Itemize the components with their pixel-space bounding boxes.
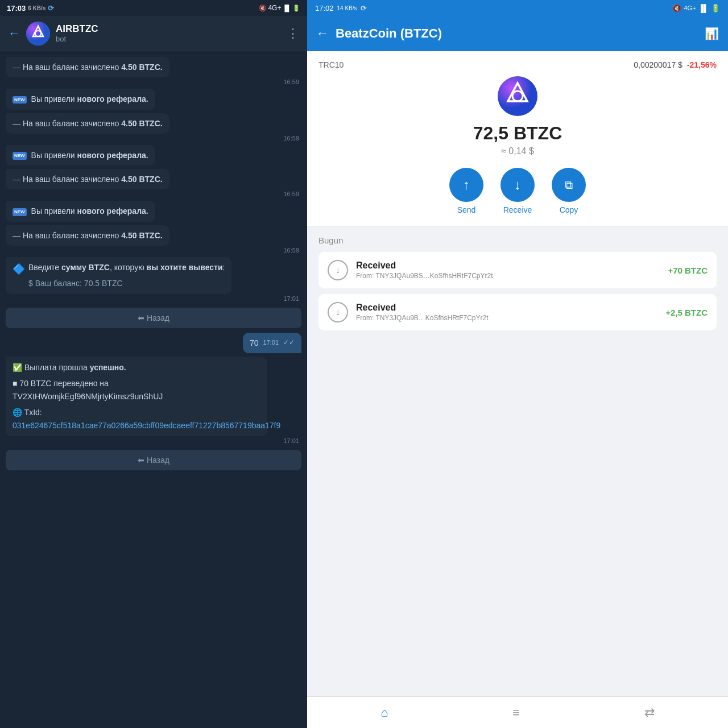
menu-button[interactable]: ⋮ (287, 26, 299, 41)
send-button[interactable]: ↑ Send (449, 168, 483, 214)
tx-details-1: Received From: TNY3JQAu9BS…KoSfhsHRtF7Cp… (356, 260, 660, 280)
square-icon: ■ (13, 379, 17, 388)
txid-line: 🌐 TxId: 031e624675cf518a1cae77a0266a59cb… (13, 406, 260, 432)
message-sent: 70 17:01 ✓✓ (6, 333, 301, 353)
balance-amount: 72,5 BTZC (473, 123, 562, 144)
chat-subtitle: bot (56, 35, 281, 43)
wallet-back-button[interactable]: ← (316, 26, 329, 41)
msg-time: 17:01 (6, 437, 301, 444)
avatar (26, 22, 50, 46)
dash-icon: — (13, 175, 20, 184)
back-button-1[interactable]: ⬅ Назад (6, 308, 301, 328)
bottom-nav: ⌂ ≡ ⇄ (307, 696, 728, 728)
new-badge: NEW (13, 96, 27, 104)
receive-circle[interactable]: ↓ (500, 168, 535, 202)
wallet-header: ← BeatzCoin (BTZC) 📊 (307, 16, 728, 51)
back-icon: ⬅ (138, 313, 144, 322)
msg-time: 16:59 (6, 135, 301, 142)
signal-right: 4G+ (684, 5, 696, 11)
signal-icon: 4G+ (268, 4, 281, 12)
battery-icon-right: 🔋 (711, 4, 720, 13)
back-button-2[interactable]: ⬅ Назад (6, 450, 301, 470)
msg-bubble: NEW Вы привели нового реферала. (6, 89, 155, 109)
send-circle[interactable]: ↑ (449, 168, 483, 202)
tx-amount-2: +2,5 BTZC (665, 308, 708, 317)
battery-icon: 🔋 (292, 5, 300, 12)
action-buttons: ↑ Send ↓ Receive ⧉ Copy (449, 168, 586, 214)
tx-receive-icon-1: ↓ (328, 260, 348, 280)
trc-type: TRC10 (318, 60, 344, 69)
globe-icon: 🌐 (13, 408, 22, 417)
right-time: 17:02 14 KB/s ⟳ (315, 4, 367, 13)
msg-time: 16:59 (6, 78, 301, 85)
back-button[interactable]: ← (8, 26, 20, 41)
send-label: Send (457, 205, 476, 214)
dash-icon: — (13, 231, 20, 240)
message-3: — На ваш баланс зачислено 4.50 BTZC. 16:… (6, 113, 301, 142)
msg-bubble: — На ваш баланс зачислено 4.50 BTZC. (6, 169, 169, 189)
left-panel: 17:03 6 KB/s ⟳ 🔇 4G+ ▐▌ 🔋 ← (0, 0, 307, 728)
copy-circle[interactable]: ⧉ (552, 168, 586, 202)
receive-label: Receive (503, 205, 532, 214)
message-6: NEW Вы привели нового реферала. (6, 201, 301, 221)
tx-type: Received (356, 260, 660, 271)
msg-bubble: ✅ Выплата прошла успешно. ■ 70 BTZC пере… (6, 357, 267, 436)
chart-icon[interactable]: 📊 (705, 27, 719, 40)
tronlink-icon: 🔷 (13, 262, 25, 276)
coin-info-section: TRC10 0,00200017 $ -21,56% (307, 51, 728, 226)
message-5: — На ваш баланс зачислено 4.50 BTZC. 16:… (6, 169, 301, 197)
tx-details-2: Received From: TNY3JQAu9B…KoSfhsHRtF7CpY… (356, 303, 657, 322)
wallet-title: BeatzCoin (BTZC) (336, 26, 698, 41)
msg-bubble: NEW Вы привели нового реферала. (6, 145, 155, 166)
tx-item-1: ↓ Received From: TNY3JQAu9BS…KoSfhsHRtF7… (318, 252, 717, 288)
msg-bubble: NEW Вы привели нового реферала. (6, 201, 155, 221)
tx-type: Received (356, 303, 657, 313)
tx-receive-icon-2: ↓ (328, 302, 348, 322)
message-7: — На ваш баланс зачислено 4.50 BTZC. 16:… (6, 225, 301, 254)
time-label: 17:03 (7, 4, 26, 13)
msg-text: Введите сумму BTZC, которую вы хотите вы… (28, 263, 225, 272)
double-tick-icon: ✓✓ (283, 338, 295, 348)
chat-title-block: AIRBTZC bot (56, 23, 281, 43)
nav-home-icon[interactable]: ⌂ (380, 705, 388, 720)
sent-text: 70 (250, 337, 259, 349)
msg-bubble: 70 17:01 ✓✓ (243, 333, 301, 353)
wallet-body: TRC10 0,00200017 $ -21,56% (307, 51, 728, 696)
tx-from: From: TNY3JQAu9B…KoSfhsHRtF7CpYr2t (356, 314, 657, 322)
nav-market-icon[interactable]: ≡ (512, 705, 520, 720)
kb-label: 6 KB/s (28, 5, 46, 11)
message-payment: ✅ Выплата прошла успешно. ■ 70 BTZC пере… (6, 357, 301, 444)
receive-button[interactable]: ↓ Receive (500, 168, 535, 214)
price-info: 0,00200017 $ -21,56% (634, 60, 717, 69)
message-2: NEW Вы привели нового реферала. (6, 89, 301, 109)
right-panel: 17:02 14 KB/s ⟳ 🔇 4G+ ▐▌ 🔋 ← BeatzCoin (… (307, 0, 728, 728)
tx-hash: 031e624675cf518a1cae77a0266a59cbff09edca… (13, 421, 280, 430)
checkmark-icon: ✅ (13, 363, 22, 372)
tx-amount-1: +70 BTZC (668, 266, 708, 275)
left-status-icons: 🔇 4G+ ▐▌ 🔋 (259, 4, 300, 12)
left-status-bar: 17:03 6 KB/s ⟳ 🔇 4G+ ▐▌ 🔋 (0, 0, 307, 16)
msg-time: 17:01 (6, 295, 301, 302)
message-8: 🔷 Введите сумму BTZC, которую вы хотите … (6, 257, 301, 302)
payment-detail: ■ 70 BTZC переведено на TV2XtHWomjkEgf96… (13, 377, 260, 403)
chat-header: ← AIRBTZC bot ⋮ (0, 16, 307, 51)
copy-button[interactable]: ⧉ Copy (552, 168, 586, 214)
price-value: 0,00200017 $ (634, 60, 682, 69)
tx-from: From: TNY3JQAu9BS…KoSfhsHRtF7CpYr2t (356, 272, 660, 280)
message-1: — На ваш баланс зачислено 4.50 BTZC. 16:… (6, 57, 301, 85)
message-4: NEW Вы привели нового реферала. (6, 145, 301, 166)
mute-icon: 🔇 (259, 5, 267, 12)
dash-icon: — (13, 63, 20, 72)
nav-transfer-icon[interactable]: ⇄ (644, 705, 655, 720)
trc-row: TRC10 0,00200017 $ -21,56% (318, 60, 717, 69)
bars-icon: ▐▌ (698, 4, 709, 13)
balance-subtext: $ Ваш баланс: 70.5 BTZC (28, 278, 225, 289)
chat-title: AIRBTZC (56, 23, 281, 35)
back-icon: ⬅ (138, 456, 144, 465)
coin-logo (498, 76, 537, 116)
msg-time: 16:59 (6, 247, 301, 254)
copy-label: Copy (560, 205, 578, 214)
mute-icon-right: 🔇 (672, 4, 681, 13)
left-status-time: 17:03 6 KB/s ⟳ (7, 4, 54, 13)
dash-icon: — (13, 119, 20, 128)
